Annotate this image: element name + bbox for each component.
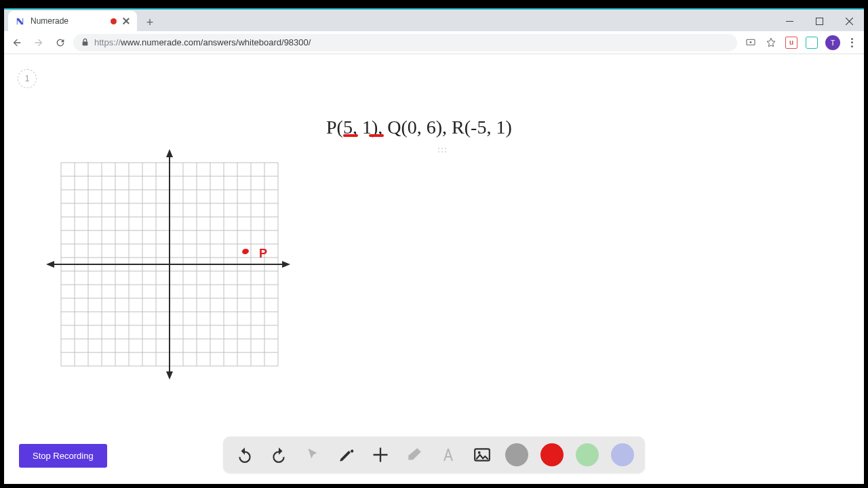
pen-tool[interactable] [336,444,357,466]
svg-point-4 [750,41,752,43]
svg-rect-1 [816,18,823,24]
extension-ublock-icon[interactable]: u [785,36,798,49]
tab-strip: Numerade + [4,9,864,31]
url-text: https://www.numerade.com/answers/whitebo… [94,37,311,47]
eraser-tool[interactable] [403,444,425,466]
svg-marker-40 [166,371,173,380]
bookmark-star-icon[interactable] [764,36,778,49]
close-window-button[interactable] [834,11,864,31]
svg-text:P: P [259,247,267,260]
maximize-button[interactable] [804,11,834,31]
svg-marker-39 [166,149,173,157]
svg-point-46 [478,451,481,454]
new-tab-button[interactable]: + [141,14,159,31]
whiteboard-toolbar [223,436,645,473]
profile-avatar[interactable]: T [825,35,840,50]
step-badge[interactable]: 1 [18,69,37,88]
close-tab-icon[interactable] [122,17,130,25]
recording-indicator-icon [111,18,117,24]
chrome-menu-icon[interactable] [847,38,857,47]
svg-rect-0 [786,21,793,22]
svg-marker-42 [46,261,54,268]
add-tool[interactable] [370,444,391,466]
tab-title: Numerade [31,16,105,26]
undo-button[interactable] [234,444,256,466]
omnibox[interactable]: https://www.numerade.com/answers/whitebo… [73,34,737,52]
stop-recording-button[interactable]: Stop Recording [19,444,107,468]
color-green[interactable] [576,443,599,466]
lock-icon [81,38,89,47]
redo-button[interactable] [268,444,290,466]
color-blue[interactable] [611,443,634,466]
extension-box-icon[interactable] [805,36,818,49]
image-tool[interactable] [471,444,493,466]
coordinate-grid: P [46,149,290,380]
svg-marker-41 [282,261,290,268]
whiteboard-canvas[interactable]: 1 P(5, 1), Q(0, 6), R(-5, 1) [4,54,864,484]
pointer-tool[interactable] [302,444,323,466]
forward-button[interactable] [30,34,47,52]
point-p: P [241,247,267,260]
minimize-button[interactable] [774,11,804,31]
svg-rect-2 [83,41,88,45]
cast-icon[interactable] [744,36,757,49]
text-tool[interactable] [437,444,459,466]
color-gray[interactable] [505,443,528,466]
numerade-favicon [15,16,25,26]
address-bar-row: https://www.numerade.com/answers/whitebo… [4,31,864,54]
drag-handle-icon[interactable] [438,148,446,152]
svg-point-43 [241,248,250,256]
reload-button[interactable] [52,34,69,52]
color-red[interactable] [540,443,564,466]
back-button[interactable] [8,34,26,52]
browser-tab[interactable]: Numerade [8,11,137,31]
